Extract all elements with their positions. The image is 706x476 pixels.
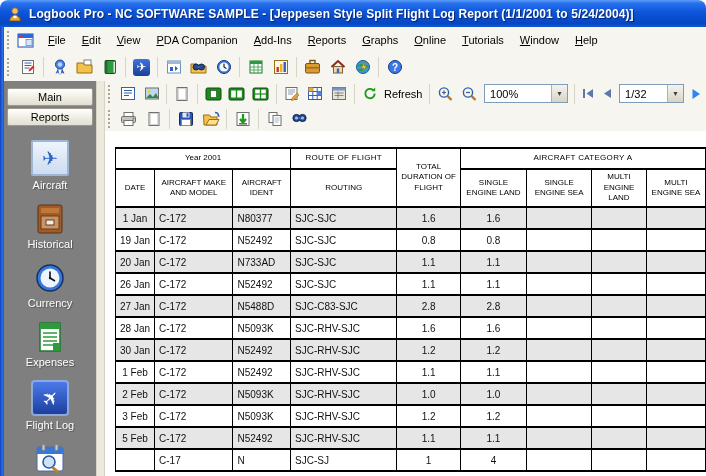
export-image-button[interactable]	[140, 82, 164, 106]
page-setup-icon	[284, 86, 300, 101]
report-document: Year 2001 ROUTE OF FLIGHT TOTAL DURATION…	[105, 131, 706, 476]
prev-page-button[interactable]	[597, 84, 616, 104]
sidebar-item-currency[interactable]: Currency	[5, 262, 95, 309]
menu-tutorials[interactable]: Tutorials	[454, 31, 512, 49]
history-icon	[216, 59, 232, 75]
toolbar-gripper-handle[interactable]	[108, 110, 112, 128]
child-window-icon[interactable]	[17, 33, 34, 48]
cell-ident: N5093K	[233, 317, 291, 339]
ribbon-button[interactable]	[47, 55, 72, 79]
export-button[interactable]	[230, 107, 255, 131]
find-button[interactable]	[287, 107, 312, 131]
chevron-down-icon[interactable]: ▼	[667, 85, 683, 102]
grid-button[interactable]	[304, 82, 328, 106]
toolbar-separator	[239, 57, 240, 77]
cell-mes	[647, 317, 706, 339]
save-button[interactable]	[173, 107, 198, 131]
refresh-button[interactable]	[358, 82, 382, 106]
zoom-out-button[interactable]	[457, 82, 481, 106]
cell-make: C-172	[155, 361, 233, 383]
cell-mes	[647, 449, 706, 471]
cell-routing: SJC-RHV-SJC	[290, 361, 397, 383]
find-icon	[291, 111, 308, 126]
page-combobox[interactable]: 1/32 ▼	[619, 84, 684, 103]
graphs-button[interactable]	[268, 55, 293, 79]
main-area: Main Reports ✈ Aircraft Historical	[0, 81, 706, 476]
menu-graphs[interactable]: Graphs	[354, 31, 406, 49]
zoom-combobox[interactable]: 100% ▼	[484, 84, 568, 103]
open-button[interactable]	[198, 107, 223, 131]
toolbar-separator	[125, 57, 126, 77]
four-page-button[interactable]	[249, 82, 273, 106]
menu-add-ins[interactable]: Add-Ins	[246, 31, 300, 49]
briefcase-button[interactable]	[300, 55, 325, 79]
cell-sel: 1.6	[460, 207, 527, 229]
two-page-button[interactable]	[225, 82, 249, 106]
spreadsheet-button[interactable]	[243, 55, 268, 79]
cell-date: 3 Feb	[116, 405, 155, 427]
one-page-icon	[205, 86, 222, 102]
toolbar-separator	[43, 57, 44, 77]
folder-page-button[interactable]	[72, 55, 97, 79]
toolbar-gripper-handle[interactable]	[108, 85, 112, 103]
cell-duration: 0.8	[397, 229, 460, 251]
page-setup-button[interactable]	[280, 82, 304, 106]
sidebar-item-expenses[interactable]: Expenses	[5, 321, 95, 368]
table-row: 2 FebC-172N5093KSJC-RHV-SJC1.01.0	[116, 383, 706, 405]
sidebar-splitter[interactable]	[96, 81, 105, 476]
report-editor-button[interactable]	[15, 55, 40, 79]
table-row: 19 JanC-172N52492SJC-SJC0.80.8	[116, 229, 706, 251]
cell-sel: 1.2	[460, 405, 527, 427]
export-image-icon	[144, 86, 160, 101]
menu-window[interactable]: Window	[512, 31, 567, 49]
page-preview-button[interactable]	[141, 107, 166, 131]
copy-button[interactable]	[262, 107, 287, 131]
next-page-button[interactable]	[687, 84, 706, 104]
sidebar-tab-reports[interactable]: Reports	[7, 108, 93, 126]
first-page-button[interactable]	[578, 84, 597, 104]
menu-reports[interactable]: Reports	[300, 31, 355, 49]
menu-file[interactable]: File	[40, 31, 74, 49]
cell-ident: N5093K	[233, 383, 291, 405]
history-button[interactable]	[211, 55, 236, 79]
cell-mel	[591, 405, 646, 427]
toolbar-separator	[157, 57, 158, 77]
page-button[interactable]	[170, 82, 194, 106]
chevron-down-icon[interactable]: ▼	[551, 85, 567, 102]
page-value: 1/32	[620, 88, 667, 100]
refresh-label[interactable]: Refresh	[384, 88, 423, 100]
logbook-button[interactable]	[97, 55, 122, 79]
analyzer-button[interactable]	[161, 55, 186, 79]
sidebar-tab-main[interactable]: Main	[7, 88, 93, 106]
menu-pda-companion[interactable]: PDA Companion	[148, 31, 245, 49]
one-page-button[interactable]	[201, 82, 225, 106]
sidebar-item-historical[interactable]: Historical	[5, 203, 95, 250]
menu-view[interactable]: View	[109, 31, 149, 49]
toolbar-separator	[166, 84, 167, 104]
toc-icon	[120, 86, 136, 101]
toolbar-gripper-handle[interactable]	[7, 58, 11, 76]
web-button[interactable]	[350, 55, 375, 79]
menu-online[interactable]: Online	[406, 31, 454, 49]
find-flights-button[interactable]	[186, 55, 211, 79]
cell-routing: SJC-RHV-SJC	[290, 405, 397, 427]
nav-prev-icon	[602, 88, 612, 99]
toc-button[interactable]	[116, 82, 140, 106]
sidebar-item-partial[interactable]	[5, 443, 95, 476]
home-button[interactable]	[325, 55, 350, 79]
menu-gripper-handle[interactable]	[7, 31, 11, 49]
cell-make: C-172	[155, 207, 233, 229]
sidebar-item-flight-log[interactable]: ✈ Flight Log	[5, 380, 95, 431]
airplane-button[interactable]: ✈	[129, 55, 154, 79]
print-button[interactable]	[116, 107, 141, 131]
help-button[interactable]: ?	[382, 55, 407, 79]
grid-window-button[interactable]	[327, 82, 351, 106]
column-header-multi-engine-land: MULTI ENGINE LAND	[591, 169, 646, 207]
menu-edit[interactable]: Edit	[74, 31, 109, 49]
menu-help[interactable]: Help	[567, 31, 606, 49]
application-window: Logbook Pro - NC SOFTWARE SAMPLE - [Jepp…	[0, 0, 706, 476]
sidebar-item-aircraft[interactable]: ✈ Aircraft	[5, 140, 95, 191]
zoom-in-button[interactable]	[433, 82, 457, 106]
cell-ident: N52492	[233, 361, 291, 383]
grid-window-icon	[331, 86, 347, 101]
